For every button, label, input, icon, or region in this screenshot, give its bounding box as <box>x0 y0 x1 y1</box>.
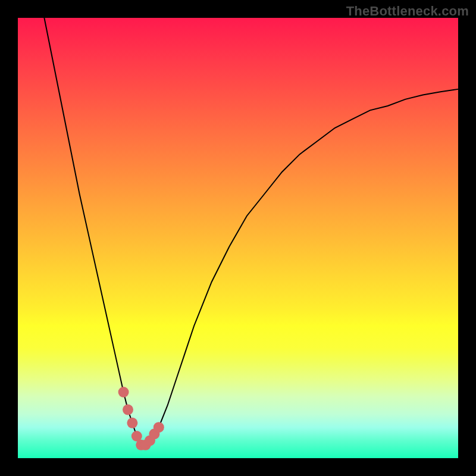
optimal-marker <box>154 422 164 433</box>
optimal-marker <box>118 387 129 397</box>
chart-frame: TheBottleneck.com <box>0 0 476 476</box>
optimal-marker <box>127 418 137 428</box>
optimal-range-markers <box>118 387 164 450</box>
bottleneck-curve <box>44 18 458 445</box>
plot-area <box>18 18 458 458</box>
watermark-text: TheBottleneck.com <box>346 4 469 19</box>
optimal-marker <box>123 405 133 415</box>
chart-svg <box>18 18 458 458</box>
